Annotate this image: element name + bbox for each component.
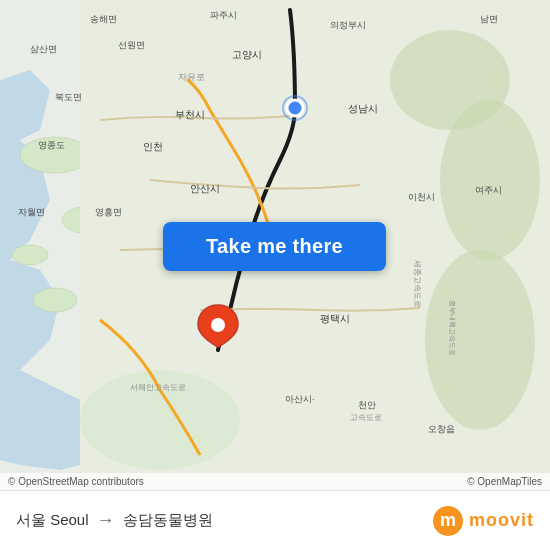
svg-text:이천시: 이천시 <box>408 192 435 202</box>
svg-text:아산시·: 아산시· <box>285 394 315 404</box>
route-to: 송담동물병원 <box>123 511 213 530</box>
bottom-bar: 서울 Seoul → 송담동물병원 m moovit <box>0 490 550 550</box>
svg-text:서해안고속도로: 서해안고속도로 <box>130 383 186 392</box>
svg-point-4 <box>33 288 77 312</box>
copyright-tiles: © OpenMapTiles <box>467 476 542 487</box>
svg-text:의정부시: 의정부시 <box>330 20 366 30</box>
svg-text:안산시: 안산시 <box>190 183 220 194</box>
svg-text:삼산면: 삼산면 <box>30 44 57 54</box>
button-label: Take me there <box>206 235 343 258</box>
moovit-icon: m <box>433 506 463 536</box>
svg-text:남면: 남면 <box>480 14 498 24</box>
svg-point-3 <box>12 245 48 265</box>
svg-text:영종도: 영종도 <box>38 140 65 150</box>
svg-text:북도면: 북도면 <box>55 92 82 102</box>
svg-text:오창읍: 오창읍 <box>428 424 455 434</box>
take-me-there-button[interactable]: Take me there <box>163 222 386 271</box>
moovit-brand: moovit <box>469 510 534 531</box>
copyright-bar: © OpenStreetMap contributors © OpenMapTi… <box>0 473 550 490</box>
svg-text:인천: 인천 <box>143 141 163 152</box>
svg-text:천안: 천안 <box>358 400 376 410</box>
svg-text:고양시: 고양시 <box>232 49 262 60</box>
copyright-osm: © OpenStreetMap contributors <box>8 476 144 487</box>
svg-text:세종고속도로: 세종고속도로 <box>413 260 422 308</box>
svg-text:성남시: 성남시 <box>348 103 378 114</box>
route-from: 서울 Seoul <box>16 511 89 530</box>
svg-text:선원면: 선원면 <box>118 40 145 50</box>
svg-text:부천시: 부천시 <box>175 109 205 120</box>
route-info: 서울 Seoul → 송담동물병원 <box>16 510 213 531</box>
svg-text:중부내륙고속도로: 중부내륙고속도로 <box>448 300 456 356</box>
svg-text:자월면: 자월면 <box>18 207 45 217</box>
route-arrow: → <box>97 510 115 531</box>
map-container: 송해면 파주시 의정부시 남면 삼산면 선원면 고양시 자유로 북도면 부천시 … <box>0 0 550 490</box>
svg-point-39 <box>211 318 225 332</box>
svg-text:송해면: 송해면 <box>90 14 117 24</box>
svg-text:자유로: 자유로 <box>178 72 205 82</box>
moovit-logo: m moovit <box>433 506 534 536</box>
svg-text:평택시: 평택시 <box>320 313 350 324</box>
svg-text:영흥면: 영흥면 <box>95 207 122 217</box>
svg-point-7 <box>440 100 540 260</box>
svg-text:고속도로: 고속도로 <box>350 413 382 422</box>
svg-point-37 <box>287 100 303 116</box>
svg-text:파주시: 파주시 <box>210 10 237 20</box>
svg-point-8 <box>425 250 535 430</box>
svg-text:여주시: 여주시 <box>475 185 502 195</box>
